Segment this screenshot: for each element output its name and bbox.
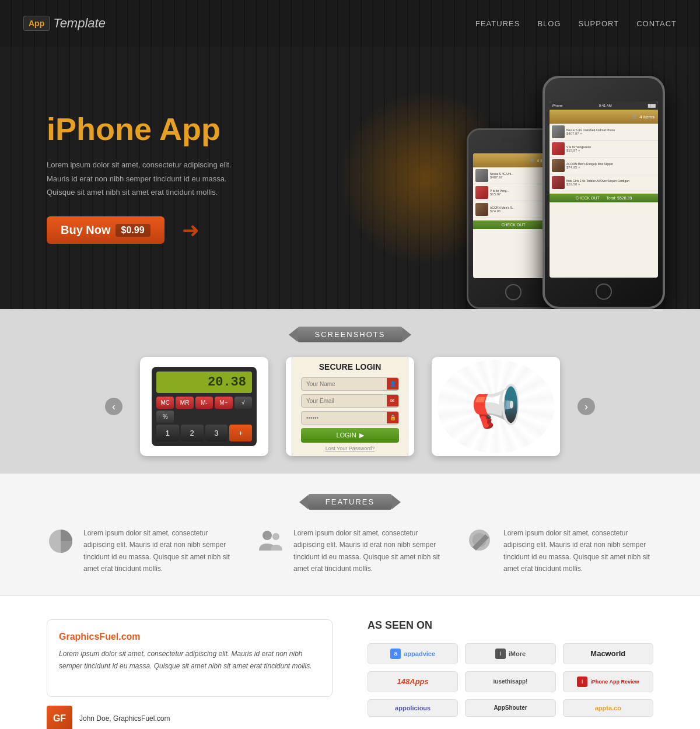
large-checkout-btn: CHECK OUT Total: $528.39 — [550, 194, 658, 202]
nav-support[interactable]: SUPPORT — [579, 19, 620, 28]
cart-item-1: Nexus S 4G Unl... $407.97 — [473, 167, 554, 184]
calc-main-row: 1 2 3 + — [156, 425, 252, 441]
logo-imore[interactable]: i iMore — [465, 643, 555, 664]
feature-text-1: Lorem ipsum dolor sit amet, consectetur … — [83, 527, 233, 575]
carousel-next[interactable]: › — [578, 398, 595, 415]
screenshots-label: SCREENSHOTS — [0, 327, 700, 342]
logo-appadvice[interactable]: a appadvice — [368, 643, 458, 664]
features-grid: Lorem ipsum dolor sit amet, consectetur … — [47, 527, 653, 575]
tag-icon — [467, 527, 495, 555]
screenshot-calculator: 20.38 MC MR M- M+ √ % 1 2 3 + — [140, 357, 268, 456]
as-seen-on-area: AS SEEN ON a appadvice i iMore Macworld … — [368, 619, 653, 729]
bottom-section: GraphicsFuel.com Lorem ipsum dolor sit a… — [0, 595, 700, 729]
logo-macworld[interactable]: Macworld — [563, 643, 653, 664]
features-section: FEATURES Lorem ipsum dolor sit amet, con… — [0, 474, 700, 595]
login-name-input[interactable] — [302, 378, 387, 390]
as-seen-grid: a appadvice i iMore Macworld 148Apps ius… — [368, 643, 653, 717]
features-label: FEATURES — [47, 494, 653, 510]
appadvice-icon: a — [390, 649, 401, 659]
phone-speaker — [502, 138, 525, 142]
phone-speaker-large — [592, 86, 615, 90]
login-pass-field: 🔒 — [301, 411, 399, 425]
hero-description: Lorem ipsum dolor sit amet, consectetur … — [47, 158, 231, 199]
testimonial-author: GF John Doe, GraphicsFuel.com — [47, 706, 332, 729]
login-title: SECURE LOGIN — [301, 362, 399, 371]
login-email-input[interactable] — [302, 395, 387, 407]
nav-blog[interactable]: BLOG — [537, 19, 561, 28]
calc-buttons-row1: MC MR M- M+ √ % — [156, 397, 252, 423]
login-form: SECURE LOGIN 👤 ✉ 🔒 LOGIN ▶ Lost You — [292, 357, 408, 456]
megaphone-display: 📢 — [432, 357, 560, 456]
large-cart-item-3: ACORN Men's Rangely Moc Slipper $74.95 × — [550, 157, 658, 174]
large-cart-item-2: V is for Vengeance $15.97 × — [550, 141, 658, 157]
feature-text-3: Lorem ipsum dolor sit amet, consectetur … — [503, 527, 653, 575]
phone-screen-small: 🛒 4 items Nexus S 4G Unl... $407.97 V is… — [473, 153, 554, 278]
calc-mminus[interactable]: M- — [195, 397, 213, 409]
feature-icon-2 — [257, 527, 285, 555]
megaphone-icon: 📢 — [471, 383, 522, 430]
logo-appshouter[interactable]: AppShouter — [465, 699, 555, 717]
login-pass-icon: 🔒 — [387, 412, 398, 423]
screenshots-carousel: ‹ 20.38 MC MR M- M+ √ % 1 2 3 + — [0, 357, 700, 456]
logo-iusethisapp[interactable]: iusethisapp! — [465, 671, 555, 692]
feature-icon-3 — [467, 527, 495, 555]
calc-mr[interactable]: MR — [176, 397, 193, 409]
screenshot-megaphone: 📢 — [432, 357, 560, 456]
login-name-icon: 👤 — [387, 378, 398, 390]
screen-cart-header: 🛒 4 items — [550, 110, 658, 124]
calc-mplus[interactable]: M+ — [215, 397, 232, 409]
features-label-text: FEATURES — [308, 494, 392, 510]
login-email-field: ✉ — [301, 394, 399, 408]
login-button[interactable]: LOGIN ▶ — [301, 428, 399, 443]
nav-features[interactable]: FEATURES — [475, 19, 520, 28]
logo-148apps[interactable]: 148Apps — [368, 671, 458, 692]
carousel-prev[interactable]: ‹ — [105, 398, 123, 415]
pie-chart-icon — [47, 527, 75, 555]
imore-icon: i — [495, 649, 506, 659]
phone-large: iPhone 9:41 AM ▓▓▓ 🛒 4 items Nexus S 4G … — [542, 76, 665, 309]
calc-2[interactable]: 2 — [181, 425, 204, 441]
calculator: 20.38 MC MR M- M+ √ % 1 2 3 + — [152, 367, 257, 446]
nav-contact[interactable]: CONTACT — [636, 19, 677, 28]
checkout-btn: CHECK OUT — [473, 220, 554, 229]
hero-content: iPhone App Lorem ipsum dolor sit amet, c… — [47, 112, 231, 244]
iphone-review-icon: i — [577, 677, 587, 687]
buy-now-button[interactable]: Buy Now $0.99 — [47, 216, 164, 244]
logo-iphone-review[interactable]: i iPhone App Review — [563, 671, 653, 692]
calc-sqrt[interactable]: √ — [235, 397, 252, 409]
login-name-field: 👤 — [301, 377, 399, 391]
logo-appolicious[interactable]: appolicious — [368, 699, 458, 717]
phone-screen-large: iPhone 9:41 AM ▓▓▓ 🛒 4 items Nexus S 4G … — [550, 101, 658, 278]
calc-percent[interactable]: % — [156, 411, 174, 423]
logo-app: App — [23, 16, 50, 31]
screenshot-login: SECURE LOGIN 👤 ✉ 🔒 LOGIN ▶ Lost You — [286, 357, 414, 456]
arrow-icon: ➜ — [182, 218, 200, 243]
hero-title: iPhone App — [47, 112, 231, 146]
large-cart-item-1: Nexus S 4G Unlocked Android Phone $407.9… — [550, 124, 658, 141]
calc-3[interactable]: 3 — [205, 425, 228, 441]
logo: App Template — [23, 16, 106, 31]
login-email-icon: ✉ — [387, 395, 398, 406]
svg-point-1 — [262, 531, 272, 540]
header: App Template FEATURES BLOG SUPPORT CONTA… — [0, 0, 700, 47]
feature-item-1: Lorem ipsum dolor sit amet, consectetur … — [47, 527, 233, 575]
hero-section: iPhone App Lorem ipsum dolor sit amet, c… — [0, 47, 700, 309]
cart-item-3: ACORN Men's R... $74.95 — [473, 201, 554, 218]
testimonial-text: Lorem ipsum dolor sit amet, consectetur … — [59, 648, 320, 673]
logo-apptaco[interactable]: appta.co — [563, 699, 653, 717]
feature-text-2: Lorem ipsum dolor sit amet, consectetur … — [293, 527, 443, 575]
hero-phones: 🛒 4 items Nexus S 4G Unl... $407.97 V is… — [467, 76, 665, 309]
feature-item-3: Lorem ipsum dolor sit amet, consectetur … — [467, 527, 653, 575]
forgot-password[interactable]: Lost Your Password? — [301, 446, 399, 451]
users-icon — [257, 527, 285, 555]
cart-item-2: V is for Veng... $15.97 — [473, 184, 554, 201]
as-seen-title: AS SEEN ON — [368, 619, 653, 632]
main-nav: FEATURES BLOG SUPPORT CONTACT — [475, 19, 677, 28]
calc-mc[interactable]: MC — [156, 397, 174, 409]
screen-header: 🛒 4 items — [473, 153, 554, 167]
screenshots-label-text: SCREENSHOTS — [298, 327, 403, 342]
login-pass-input[interactable] — [302, 412, 387, 424]
phone-home-btn — [505, 284, 522, 300]
calc-plus[interactable]: + — [229, 425, 252, 441]
calc-1[interactable]: 1 — [156, 425, 179, 441]
